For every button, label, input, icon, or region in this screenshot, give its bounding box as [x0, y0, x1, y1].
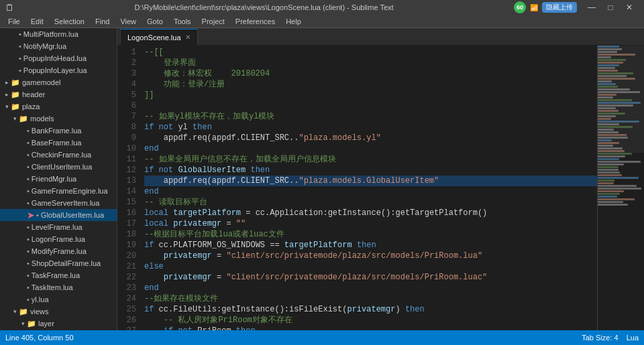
tree-item-ClientUserItem-lua[interactable]: •ClientUserItem.lua: [0, 161, 117, 173]
tree-item-GameFrameEngine-lua[interactable]: •GameFrameEngine.lua: [0, 185, 117, 197]
main-area: •MultiPlatform.lua•NotifyMgr.lua•PopupIn…: [0, 28, 644, 330]
menu-find[interactable]: Find: [90, 15, 115, 28]
code-line-22: privatemgr = "client/src/privatemode/pla…: [144, 272, 597, 283]
close-button[interactable]: ✕: [620, 0, 639, 15]
tree-label: MultiPlatform.lua: [23, 30, 78, 38]
line-num-27: 27: [117, 326, 136, 330]
folder-icon: 📁: [11, 78, 20, 87]
tree-item-BaseFrame-lua[interactable]: •BaseFrame.lua: [0, 137, 117, 149]
code-line-18: --根据目标平台加载lua或者luac文件: [144, 229, 597, 240]
menu-edit[interactable]: Edit: [25, 15, 49, 28]
code-line-5: ]]: [144, 90, 597, 100]
code-line-23: end: [144, 283, 597, 293]
tree-item-MultiPlatform-lua[interactable]: •MultiPlatform.lua: [0, 28, 117, 40]
code-line-27: if not PriRoom then: [144, 326, 597, 330]
menu-file[interactable]: File: [3, 15, 25, 28]
line-num-6: 6: [117, 100, 136, 111]
statusbar-left: Line 405, Column 50: [5, 334, 74, 342]
network-icon: 📶: [530, 4, 538, 11]
tree-item-views[interactable]: ▾📁views: [0, 305, 117, 318]
line-num-11: 11: [117, 154, 136, 165]
line-num-9: 9: [117, 133, 136, 143]
tree-arrow: ▾: [11, 115, 19, 122]
menu-view[interactable]: View: [115, 15, 142, 28]
tree-item-CheckinFrame-lua[interactable]: •CheckinFrame.lua: [0, 149, 117, 161]
folder-icon: 📁: [11, 90, 20, 99]
line-num-4: 4: [117, 79, 136, 90]
line-num-3: 3: [117, 68, 136, 79]
tree-item-TaskFrame-lua[interactable]: •TaskFrame.lua: [0, 269, 117, 281]
tree-item-LogonFrame-lua[interactable]: •LogonFrame.lua: [0, 233, 117, 245]
tree-label: CheckinFrame.lua: [32, 151, 91, 159]
tree-item-ShopDetailFrame-lua[interactable]: •ShopDetailFrame.lua: [0, 257, 117, 269]
tree-label: GameFrameEngine.lua: [32, 187, 108, 195]
line-num-19: 19: [117, 240, 136, 251]
code-area[interactable]: --[[ 登录界面 修改：林宏权 20180204 功能：登录/注册]] -- …: [142, 46, 597, 330]
line-num-21: 21: [117, 261, 136, 272]
tree-label: FriendMgr.lua: [32, 175, 76, 183]
menu-project[interactable]: Project: [197, 15, 230, 28]
code-line-12: if not GlobalUserItem then: [144, 165, 597, 176]
tree-item-plaza[interactable]: ▾📁plaza: [0, 100, 117, 113]
tree-item-BankFrame-lua[interactable]: •BankFrame.lua: [0, 125, 117, 137]
tree-item-friend[interactable]: ▸📁friend: [0, 330, 117, 330]
tree-item-FriendMgr-lua[interactable]: •FriendMgr.lua: [0, 173, 117, 185]
code-line-4: 功能：登录/注册: [144, 79, 597, 90]
code-line-16: local targetPlatform = cc.Application:ge…: [144, 208, 597, 218]
tree-item-layer[interactable]: ▾📁layer: [0, 318, 117, 330]
line-num-2: 2: [117, 58, 136, 68]
tree-label: PopupInfoLayer.lua: [23, 66, 87, 74]
tree-item-gamemodel[interactable]: ▸📁gamemodel: [0, 76, 117, 88]
tree-label: ShopDetailFrame.lua: [32, 259, 101, 267]
code-line-2: 登录界面: [144, 58, 597, 68]
lua-file-icon: •: [27, 151, 30, 159]
tree-arrow: ▾: [19, 320, 27, 327]
code-line-11: -- 如果全局用户信息不存在，加载全局用户信息模块: [144, 154, 597, 165]
lua-file-icon: •: [27, 259, 30, 267]
line-num-12: 12: [117, 165, 136, 176]
tree-item-PopupInfoHead-lua[interactable]: •PopupInfoHead.lua: [0, 52, 117, 64]
lua-file-icon: •: [27, 223, 30, 231]
tree-item-GameServerItem-lua[interactable]: •GameServerItem.lua: [0, 197, 117, 209]
tabbar: LogonScene.lua ✕: [117, 28, 644, 46]
tree-item-PopupInfoLayer-lua[interactable]: •PopupInfoLayer.lua: [0, 64, 117, 76]
tree-label: header: [22, 90, 45, 98]
status-language: Lua: [627, 334, 639, 342]
tree-item-NotifyMgr-lua[interactable]: •NotifyMgr.lua: [0, 40, 117, 52]
line-num-1: 1: [117, 47, 136, 58]
tree-label: LogonFrame.lua: [32, 235, 85, 243]
code-line-10: end: [144, 143, 597, 154]
line-num-18: 18: [117, 229, 136, 240]
line-num-16: 16: [117, 208, 136, 218]
minimap[interactable]: [597, 46, 644, 330]
code-line-26: -- 私人房对象PriRoom对象不存在: [144, 315, 597, 326]
tree-item-models[interactable]: ▾📁models: [0, 113, 117, 125]
menu-tools[interactable]: Tools: [168, 15, 197, 28]
tree-arrow: ▸: [3, 91, 11, 98]
menu-selection[interactable]: Selection: [49, 15, 90, 28]
menu-help[interactable]: Help: [280, 15, 307, 28]
lua-file-icon: •: [19, 42, 21, 50]
lua-file-icon: •: [36, 211, 39, 219]
line-numbers: 1234567891011121314151617181920212223242…: [117, 46, 142, 330]
tree-item-header[interactable]: ▸📁header: [0, 88, 117, 100]
tree-item-TaskItem-lua[interactable]: •TaskItem.lua: [0, 281, 117, 293]
tab-close-icon[interactable]: ✕: [185, 33, 191, 41]
code-line-14: end: [144, 186, 597, 197]
tree-item-yl-lua[interactable]: •yl.lua: [0, 293, 117, 305]
tree-label: PopupInfoHead.lua: [23, 54, 87, 62]
line-num-15: 15: [117, 197, 136, 208]
line-num-5: 5: [117, 90, 136, 100]
minimize-button[interactable]: —: [582, 0, 601, 15]
tree-arrow: ▾: [3, 103, 11, 110]
maximize-button[interactable]: □: [601, 0, 620, 15]
menu-goto[interactable]: Goto: [142, 15, 168, 28]
tree-item-LevelFrame-lua[interactable]: •LevelFrame.lua: [0, 221, 117, 233]
tree-label: BankFrame.lua: [32, 127, 82, 135]
code-line-21: else: [144, 261, 597, 272]
tree-item-GlobalUserItem-lua[interactable]: ➤•GlobalUserItem.lua: [0, 209, 117, 221]
tree-item-ModifyFrame-lua[interactable]: •ModifyFrame.lua: [0, 245, 117, 257]
code-line-7: -- 如果yl模块不存在，加载yl模块: [144, 111, 597, 122]
tab-logonscene[interactable]: LogonScene.lua ✕: [120, 29, 198, 45]
menu-preferences[interactable]: Preferences: [230, 15, 280, 28]
